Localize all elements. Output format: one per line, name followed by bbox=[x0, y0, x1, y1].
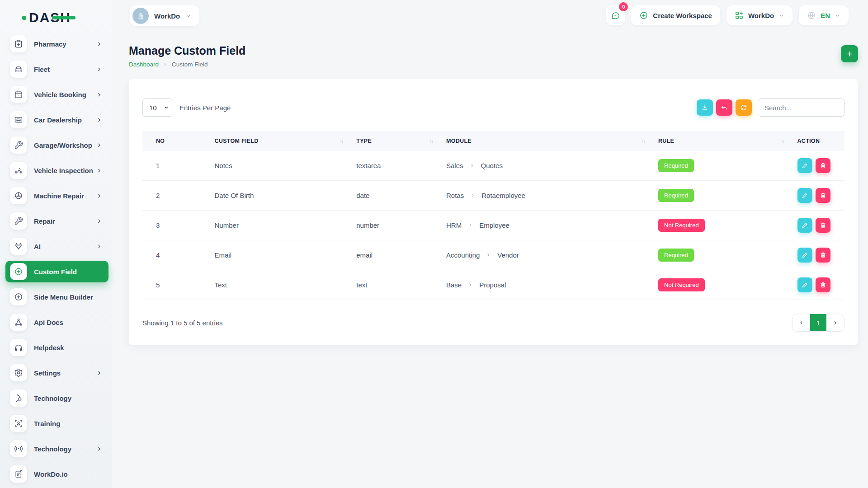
chevron-right-icon bbox=[96, 41, 102, 47]
chevron-down-icon bbox=[778, 13, 784, 19]
trash-icon bbox=[820, 162, 826, 169]
edit-button[interactable] bbox=[797, 248, 812, 263]
chevron-right-icon bbox=[96, 218, 102, 224]
edit-button[interactable] bbox=[797, 277, 812, 292]
sidebar-item-label: Technology bbox=[34, 394, 71, 402]
export-download-button[interactable] bbox=[697, 99, 713, 116]
chevron-down-icon bbox=[185, 13, 191, 19]
column-header-type[interactable]: TYPE↑↓ bbox=[351, 131, 441, 151]
sidebar-item-repair[interactable]: Repair bbox=[5, 210, 108, 232]
sidebar-item-label: Vehicle Inspection bbox=[34, 167, 93, 174]
sidebar-item-pharmacy[interactable]: Pharmacy bbox=[5, 33, 108, 55]
workspace-selector[interactable]: WorkDo bbox=[130, 5, 199, 26]
app-switcher-button[interactable]: WorkDo bbox=[726, 5, 793, 25]
sidebar-item-technology[interactable]: Technology bbox=[5, 387, 108, 409]
trash-icon bbox=[820, 192, 826, 199]
create-workspace-button[interactable]: Create Workspace bbox=[631, 5, 720, 25]
download-icon bbox=[701, 104, 708, 111]
rule-badge: Required bbox=[658, 189, 694, 202]
edit-button[interactable] bbox=[797, 218, 812, 233]
scan-person-icon bbox=[10, 415, 27, 432]
broadcast-icon bbox=[10, 440, 27, 457]
sidebar-item-technology-2[interactable]: Technology bbox=[5, 438, 108, 460]
trash-icon bbox=[820, 282, 826, 288]
sidebar-item-machine-repair[interactable]: Machine Repair bbox=[5, 185, 108, 206]
entries-per-page-label: Entries Per Page bbox=[179, 104, 231, 112]
messages-button[interactable]: 0 bbox=[606, 5, 625, 25]
toolbar-actions bbox=[697, 99, 844, 117]
fox-icon bbox=[10, 238, 27, 255]
column-header-rule[interactable]: RULE↑↓ bbox=[653, 131, 792, 151]
cell-rule: Required bbox=[653, 181, 792, 211]
sidebar-item-label: Helpdesk bbox=[34, 344, 64, 352]
turbine-icon bbox=[10, 187, 27, 204]
search-input[interactable] bbox=[758, 99, 844, 117]
sidebar-item-custom-field[interactable]: Custom Field bbox=[5, 261, 108, 282]
rule-badge: Not Required bbox=[658, 278, 705, 291]
edit-button[interactable] bbox=[797, 158, 812, 173]
grid-plus-icon bbox=[735, 11, 744, 20]
current-page[interactable]: 1 bbox=[810, 314, 826, 331]
sidebar-item-training[interactable]: Training bbox=[5, 413, 108, 434]
breadcrumb-dashboard-link[interactable]: Dashboard bbox=[129, 61, 159, 68]
pencil-icon bbox=[802, 252, 808, 258]
table-toolbar: 10 Entries Per Page bbox=[142, 99, 844, 117]
cell-action bbox=[792, 240, 845, 270]
cell-action bbox=[792, 211, 845, 240]
cell-module: SalesQuotes bbox=[441, 151, 653, 181]
refresh-button[interactable] bbox=[736, 99, 752, 116]
language-selector[interactable]: EN bbox=[799, 5, 849, 25]
sidebar-item-label: Settings bbox=[34, 369, 61, 377]
delete-button[interactable] bbox=[816, 277, 830, 292]
sidebar-item-helpdesk[interactable]: Helpdesk bbox=[5, 337, 108, 358]
sidebar-item-garage-workshop[interactable]: Garage/Workshop bbox=[5, 134, 108, 156]
cell-custom-field: Date Of Birth bbox=[209, 181, 351, 211]
sidebar-item-label: Car Dealership bbox=[34, 116, 82, 124]
sidebar-item-workdo-io[interactable]: WorkDo.io bbox=[5, 463, 108, 485]
breadcrumb-current: Custom Field bbox=[172, 61, 208, 68]
cell-no: 1 bbox=[142, 151, 209, 181]
nodes-icon bbox=[10, 314, 27, 331]
next-page-button[interactable] bbox=[826, 314, 844, 331]
globe-icon bbox=[807, 11, 816, 20]
chevron-right-icon bbox=[468, 282, 473, 287]
cell-no: 5 bbox=[142, 270, 209, 300]
sidebar-item-vehicle-inspection[interactable]: Vehicle Inspection bbox=[5, 160, 108, 181]
column-header-custom-field[interactable]: CUSTOM FIELD↑↓ bbox=[209, 131, 351, 151]
notification-badge: 0 bbox=[619, 2, 628, 11]
cell-rule: Not Required bbox=[653, 211, 792, 240]
create-workspace-label: Create Workspace bbox=[653, 12, 712, 19]
sort-icon: ↑↓ bbox=[340, 138, 345, 144]
sidebar-item-vehicle-booking[interactable]: Vehicle Booking bbox=[5, 84, 108, 105]
sidebar-item-label: Repair bbox=[34, 217, 55, 225]
column-header-module[interactable]: MODULE↑↓ bbox=[441, 131, 653, 151]
table-row: 4 Email email AccountingVendor Required bbox=[142, 240, 844, 270]
sidebar-item-fleet[interactable]: Fleet bbox=[5, 58, 108, 80]
delete-button[interactable] bbox=[816, 218, 830, 233]
cell-custom-field: Notes bbox=[209, 151, 351, 181]
delete-button[interactable] bbox=[816, 158, 830, 173]
previous-page-button[interactable] bbox=[793, 314, 810, 331]
topbar-actions: 0 Create Workspace WorkDo EN bbox=[606, 5, 849, 25]
reset-undo-button[interactable] bbox=[716, 99, 732, 116]
cell-type: number bbox=[351, 211, 441, 240]
cell-rule: Required bbox=[653, 240, 792, 270]
pagination: 1 bbox=[792, 314, 844, 332]
edit-button[interactable] bbox=[797, 188, 812, 203]
sidebar-item-api-docs[interactable]: Api Docs bbox=[5, 311, 108, 333]
column-header-action: ACTION bbox=[792, 131, 845, 151]
sidebar-item-side-menu-builder[interactable]: Side Menu Builder bbox=[5, 286, 108, 308]
sort-icon: ↑↓ bbox=[781, 138, 787, 144]
chevron-down-icon bbox=[835, 13, 840, 19]
delete-button[interactable] bbox=[816, 188, 830, 203]
trash-icon bbox=[820, 252, 826, 258]
sidebar-item-car-dealership[interactable]: Car Dealership bbox=[5, 109, 108, 131]
sidebar-item-ai[interactable]: AI bbox=[5, 235, 108, 257]
chevron-right-icon bbox=[96, 117, 102, 123]
add-custom-field-button[interactable] bbox=[841, 45, 858, 62]
entries-per-page-select[interactable]: 10 bbox=[142, 99, 173, 117]
sidebar-item-settings[interactable]: Settings bbox=[5, 362, 108, 384]
cell-rule: Required bbox=[653, 151, 792, 181]
delete-button[interactable] bbox=[816, 248, 830, 263]
plus-circle-icon bbox=[10, 263, 27, 280]
